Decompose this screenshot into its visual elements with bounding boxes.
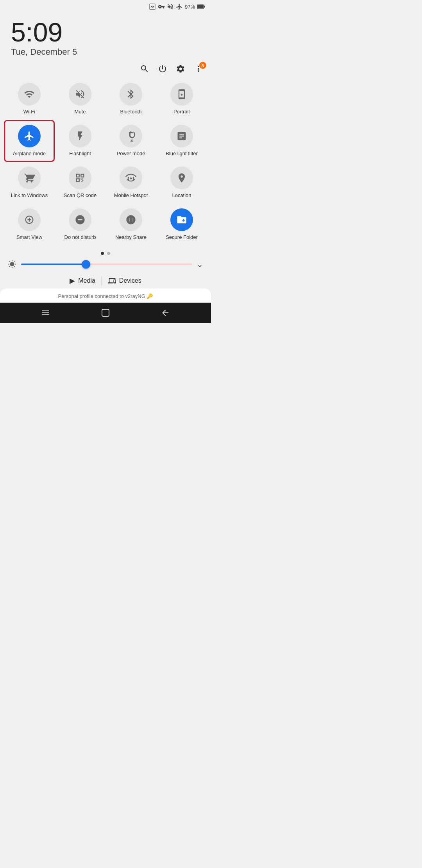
brightness-row: ⌄ [0, 257, 211, 273]
tile-portrait[interactable]: Portrait [156, 78, 207, 120]
home-button[interactable] [101, 308, 110, 317]
tile-hotspot[interactable]: Mobile Hotspot [106, 162, 156, 204]
airplane-mode-status-icon [176, 3, 183, 10]
page-dot-2[interactable] [107, 252, 110, 255]
vpn-key-icon [158, 3, 165, 10]
nearby-share-icon-circle [120, 208, 142, 231]
brightness-icon [8, 260, 16, 269]
brightness-expand[interactable]: ⌄ [197, 260, 203, 269]
search-button[interactable] [140, 64, 149, 74]
portrait-icon-circle [170, 83, 193, 106]
dnd-icon-circle [69, 208, 91, 231]
recents-button[interactable] [41, 308, 50, 317]
tile-smart-view-label: Smart View [16, 234, 42, 241]
smart-view-icon-circle [18, 208, 41, 231]
tile-dnd-label: Do not disturb [64, 234, 96, 241]
status-bar: 97% [0, 0, 211, 12]
qs-tiles-grid: Wi-Fi Mute Bluetooth Portrait Airplane m… [0, 76, 211, 248]
location-icon-circle [170, 167, 193, 189]
qs-header: N [0, 60, 211, 76]
wifi-icon-circle [18, 83, 41, 106]
settings-button[interactable] [176, 64, 185, 74]
devices-label: Devices [119, 277, 141, 284]
clock-date: Tue, December 5 [11, 47, 200, 57]
tile-flashlight[interactable]: Flashlight [55, 120, 106, 162]
power-button[interactable] [158, 64, 167, 74]
media-button[interactable]: ▶ Media [70, 276, 95, 285]
volume-off-icon [167, 3, 174, 10]
tile-bluetooth-label: Bluetooth [120, 109, 142, 115]
tile-airplane-label: Airplane mode [13, 151, 46, 157]
tile-mute-label: Mute [75, 109, 86, 115]
media-label: Media [78, 277, 95, 284]
status-icons: 97% [149, 3, 205, 10]
tile-airplane-mode[interactable]: Airplane mode [4, 120, 55, 162]
devices-icon [108, 276, 116, 285]
tile-link-windows-label: Link to Windows [11, 192, 48, 199]
tile-location-label: Location [172, 192, 191, 199]
nav-bar [0, 303, 211, 323]
tile-power-mode[interactable]: Power mode [106, 120, 156, 162]
devices-button[interactable]: Devices [108, 276, 141, 285]
tile-bluetooth[interactable]: Bluetooth [106, 78, 156, 120]
battery-icon [197, 4, 205, 9]
tile-nearby-share[interactable]: Nearby Share [106, 204, 156, 246]
tile-power-mode-label: Power mode [117, 151, 145, 157]
link-windows-icon-circle [18, 167, 41, 189]
flashlight-icon-circle [69, 125, 91, 147]
svg-rect-1 [204, 6, 205, 8]
power-mode-icon-circle [120, 125, 142, 147]
secure-folder-icon-circle [170, 208, 193, 231]
bluetooth-icon-circle [120, 83, 142, 106]
tile-link-windows[interactable]: Link to Windows [4, 162, 55, 204]
tile-secure-folder-label: Secure Folder [166, 234, 198, 241]
bottom-bar: ▶ Media Devices [0, 273, 211, 289]
mute-icon-circle [69, 83, 91, 106]
airplane-icon-circle [18, 125, 41, 147]
tile-hotspot-label: Mobile Hotspot [114, 192, 148, 199]
status-footer: Personal profile connected to v2rayNG 🔑 [0, 289, 211, 303]
tile-flashlight-label: Flashlight [69, 151, 91, 157]
tile-portrait-label: Portrait [173, 109, 190, 115]
tile-dnd[interactable]: Do not disturb [55, 204, 106, 246]
page-dots [0, 248, 211, 257]
notification-badge: N [199, 62, 206, 69]
tile-qr-label: Scan QR code [64, 192, 97, 199]
svg-rect-3 [102, 309, 109, 316]
qr-icon-circle [69, 167, 91, 189]
media-play-icon: ▶ [70, 276, 75, 285]
tile-qr-code[interactable]: Scan QR code [55, 162, 106, 204]
blue-light-icon-circle [170, 125, 193, 147]
more-button[interactable]: N [194, 64, 203, 74]
page-dot-1[interactable] [101, 252, 104, 255]
tile-secure-folder[interactable]: Secure Folder [156, 204, 207, 246]
tile-smart-view[interactable]: Smart View [4, 204, 55, 246]
hotspot-icon-circle [120, 167, 142, 189]
back-button[interactable] [161, 308, 170, 317]
brightness-slider[interactable] [21, 264, 192, 265]
tile-mute[interactable]: Mute [55, 78, 106, 120]
svg-rect-2 [197, 5, 204, 8]
tile-blue-light-label: Blue light filter [166, 151, 198, 157]
tile-wifi-label: Wi-Fi [23, 109, 35, 115]
clock-section: 5:09 Tue, December 5 [0, 12, 211, 60]
bottom-divider [102, 276, 102, 285]
clock-time: 5:09 [11, 19, 200, 45]
brightness-thumb[interactable] [82, 260, 90, 269]
tile-nearby-share-label: Nearby Share [115, 234, 147, 241]
tile-location[interactable]: Location [156, 162, 207, 204]
nfc-icon [149, 3, 156, 10]
vpn-status-text: Personal profile connected to v2rayNG 🔑 [58, 293, 153, 299]
tile-blue-light[interactable]: Blue light filter [156, 120, 207, 162]
battery-percentage: 97% [185, 4, 195, 10]
tile-wifi[interactable]: Wi-Fi [4, 78, 55, 120]
